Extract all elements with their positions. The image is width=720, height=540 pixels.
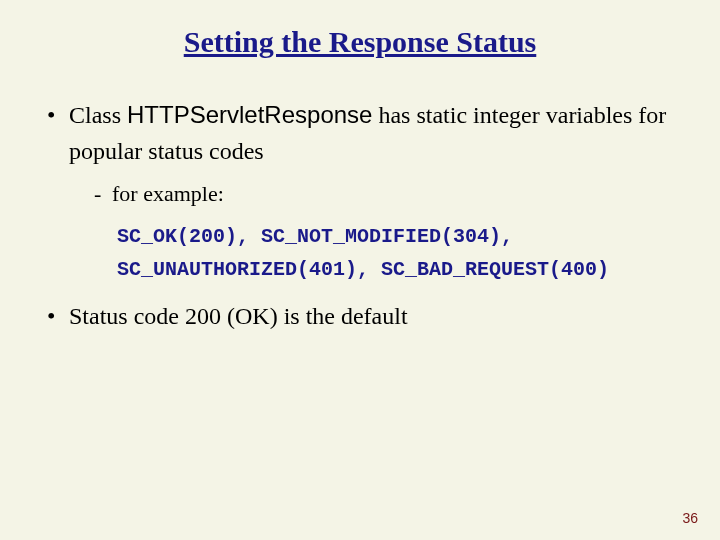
sub-item-example: for example: [94,177,685,210]
slide-title: Setting the Response Status [35,25,685,59]
bullet-list: Class HTTPServletResponse has static int… [35,97,685,334]
bullet-item-2: Status code 200 (OK) is the default [45,298,685,334]
code-line-1: SC_OK(200), SC_NOT_MODIFIED(304), [117,220,685,253]
slide-container: Setting the Response Status Class HTTPSe… [0,0,720,540]
bullet-item-1: Class HTTPServletResponse has static int… [45,97,685,286]
class-name: HTTPServletResponse [127,101,372,128]
code-line-2: SC_UNAUTHORIZED(401), SC_BAD_REQUEST(400… [117,253,685,286]
sub-list: for example: [69,177,685,210]
page-number: 36 [682,510,698,526]
code-block: SC_OK(200), SC_NOT_MODIFIED(304), SC_UNA… [69,220,685,286]
bullet-1-pre: Class [69,102,127,128]
